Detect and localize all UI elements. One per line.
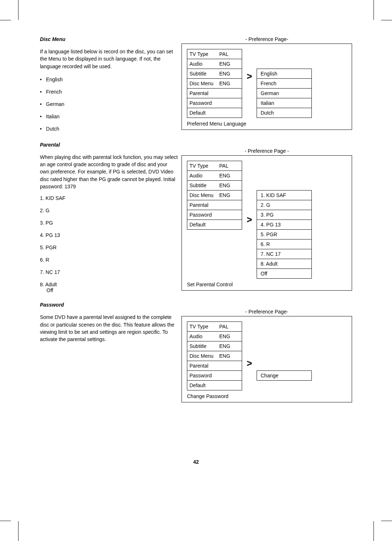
submenu-item-change[interactable]: Change [257, 370, 312, 381]
bullet-item: French [40, 89, 178, 95]
panel-title: - Preference Page- [181, 36, 352, 42]
menu-row-audio[interactable]: AudioENG [187, 171, 242, 181]
submenu-item[interactable]: 8. Adult [257, 259, 312, 269]
submenu-list: 1. KID SAF 2. G 3. PG 4. PG 13 5. PGR 6.… [257, 190, 312, 279]
heading-disc-menu: Disc Menu [40, 36, 178, 42]
bullet-item: English [40, 77, 178, 82]
menu-row-audio[interactable]: AudioENG [187, 59, 242, 69]
panel-footer: Change Password [187, 393, 346, 399]
menu-row-tvtype[interactable]: TV TypePAL [187, 49, 242, 59]
submenu-item[interactable]: 6. R [257, 239, 312, 249]
num-item: 5. PGR [40, 245, 178, 250]
preference-panel-parental: - Preference Page - TV TypePAL AudioENG … [181, 148, 352, 291]
submenu-item-italian[interactable]: Italian [257, 98, 312, 108]
para-disc-menu: If a language listed below is record on … [40, 48, 178, 70]
submenu-item-dutch[interactable]: Dutch [257, 108, 312, 118]
menu-row-default[interactable]: Default [187, 108, 242, 118]
submenu-item[interactable]: 7. NC 17 [257, 249, 312, 259]
bullet-item: Italian [40, 114, 178, 119]
bullet-list: English French German Italian Dutch [40, 77, 178, 132]
submenu-item[interactable]: 5. PGR [257, 229, 312, 239]
preference-panel-disc-menu: - Preference Page- TV TypePAL AudioENG S… [181, 36, 352, 130]
panel-box: TV TypePAL AudioENG SubtitleENG Disc Men… [181, 316, 352, 402]
preference-panel-password: - Preference Page- TV TypePAL AudioENG S… [181, 309, 352, 402]
menu-row-subtitle[interactable]: SubtitleENG [187, 341, 242, 351]
menu-row-default[interactable]: Default [187, 380, 242, 390]
para-parental: When playing disc with parental lock fun… [40, 153, 178, 190]
num-item: 6. R [40, 257, 178, 263]
menu-row-tvtype[interactable]: TV TypePAL [187, 161, 242, 171]
submenu-item[interactable]: 3. PG [257, 210, 312, 220]
menu-row-audio[interactable]: AudioENG [187, 331, 242, 341]
num-item: 1. KID SAF [40, 195, 178, 201]
arrow-icon: > [242, 161, 257, 279]
panel-footer: Set Parental Control [187, 282, 346, 287]
heading-password: Password [40, 302, 178, 308]
menu-list: TV TypePAL AudioENG SubtitleENG Disc Men… [187, 321, 242, 390]
left-column: Disc Menu If a language listed below is … [40, 36, 178, 508]
panel-box: TV TypePAL AudioENG SubtitleENG Disc Men… [181, 44, 352, 130]
submenu-item[interactable]: 2. G [257, 200, 312, 210]
menu-row-password[interactable]: Password [187, 210, 242, 220]
num-item: 7. NC 17 [40, 269, 178, 275]
right-column: - Preference Page- TV TypePAL AudioENG S… [178, 36, 352, 508]
para-password: Some DVD have a parental level assigned … [40, 313, 178, 343]
submenu-item-german[interactable]: German [257, 88, 312, 98]
panel-title: - Preference Page - [181, 148, 352, 154]
menu-row-subtitle[interactable]: SubtitleENG [187, 69, 242, 79]
arrow-icon: > [242, 71, 257, 118]
numbered-list: 1. KID SAF 2. G 3. PG 4. PG 13 5. PGR 6.… [40, 195, 178, 293]
page-content: Disc Menu If a language listed below is … [0, 0, 392, 522]
arrow-icon: > [242, 358, 257, 390]
submenu-list: Change [257, 370, 312, 390]
heading-parental: Parental [40, 142, 178, 148]
submenu-item[interactable]: 1. KID SAF [257, 190, 312, 200]
panel-footer: Preferred Menu Language [187, 121, 346, 127]
menu-list: TV TypePAL AudioENG SubtitleENG Disc Men… [187, 161, 242, 279]
menu-row-discmenu[interactable]: Disc MenuENG [187, 351, 242, 361]
num-item: 4. PG 13 [40, 232, 178, 238]
panel-box: TV TypePAL AudioENG SubtitleENG Disc Men… [181, 155, 352, 291]
submenu-item-english[interactable]: English [257, 69, 312, 79]
menu-row-parental[interactable]: Parental [187, 361, 242, 371]
menu-row-default[interactable]: Default [187, 220, 242, 230]
num-item: 8. Adult [40, 282, 178, 287]
num-item: 2. G [40, 208, 178, 213]
submenu-item-french[interactable]: French [257, 78, 312, 89]
page-number: 42 [0, 459, 392, 465]
submenu-item[interactable]: 4. PG 13 [257, 220, 312, 230]
menu-row-parental[interactable]: Parental [187, 200, 242, 210]
menu-row-parental[interactable]: Parental [187, 88, 242, 98]
menu-row-password[interactable]: Password [187, 98, 242, 108]
bullet-item: German [40, 101, 178, 107]
menu-row-subtitle[interactable]: SubtitleENG [187, 180, 242, 190]
submenu-item[interactable]: Off [257, 269, 312, 279]
num-item-off: Off [46, 287, 178, 293]
menu-row-discmenu[interactable]: Disc MenuENG [187, 190, 242, 200]
submenu-list: English French German Italian Dutch [257, 69, 312, 118]
menu-list: TV TypePAL AudioENG SubtitleENG Disc Men… [187, 49, 242, 118]
menu-row-discmenu[interactable]: Disc MenuENG [187, 78, 242, 89]
num-item: 3. PG [40, 220, 178, 226]
menu-row-tvtype[interactable]: TV TypePAL [187, 321, 242, 332]
menu-row-password[interactable]: Password [187, 370, 242, 381]
panel-title: - Preference Page- [181, 309, 352, 315]
bullet-item: Dutch [40, 126, 178, 132]
